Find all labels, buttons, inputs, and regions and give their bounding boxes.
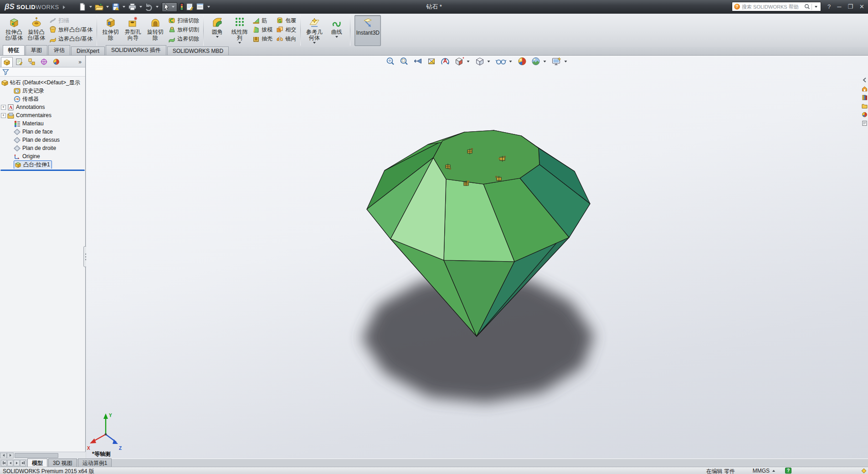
file-properties-button[interactable]: [185, 2, 195, 12]
scroll-right-icon[interactable]: [7, 453, 14, 459]
tree-item-origin[interactable]: Origine: [0, 152, 85, 160]
view-orientation-dropdown-icon[interactable]: [467, 61, 470, 62]
boundary-cut-button[interactable]: 边界切除: [166, 34, 201, 43]
extruded-cut-button[interactable]: 拉伸切 除: [99, 15, 122, 46]
maximize-button[interactable]: ❐: [847, 0, 853, 14]
logo-chevron-icon[interactable]: [63, 5, 65, 9]
revolved-boss-button[interactable]: 旋转凸 台/基体: [25, 15, 47, 46]
apply-scene-dropdown-icon[interactable]: [544, 61, 546, 62]
reference-geometry-dropdown-icon[interactable]: [313, 42, 316, 44]
hide-show-dropdown-icon[interactable]: [509, 61, 512, 62]
open-button[interactable]: [94, 2, 104, 12]
instant3d-button[interactable]: Instant3D: [354, 15, 381, 46]
fillet-button[interactable]: 圆角: [206, 15, 228, 46]
search-dropdown-icon[interactable]: [815, 6, 817, 8]
options-dropdown-icon[interactable]: [207, 6, 210, 8]
extruded-boss-button[interactable]: 拉伸凸 台/基体: [3, 15, 25, 46]
edit-appearance-button[interactable]: [518, 57, 527, 66]
hide-show-items-button[interactable]: [496, 57, 514, 66]
dimxpertmanager-tab[interactable]: [38, 57, 50, 67]
boundary-boss-button[interactable]: 边界凸台/基体: [47, 34, 94, 43]
tree-root-part[interactable]: 钻石 (Défaut<<Défaut>_显示: [0, 78, 85, 87]
dynamic-annotation-views-button[interactable]: [441, 57, 450, 66]
intersect-button[interactable]: 相交: [274, 25, 298, 34]
tab-features[interactable]: 特征: [3, 45, 25, 55]
curves-dropdown-icon[interactable]: [335, 36, 338, 38]
display-style-button[interactable]: [475, 57, 492, 66]
undo-dropdown-icon[interactable]: [156, 6, 159, 8]
tab-dimxpert[interactable]: DimXpert: [71, 46, 105, 55]
units-dropdown-icon[interactable]: [772, 470, 775, 472]
tab-evaluate[interactable]: 评估: [48, 45, 70, 55]
tree-item-front-plane[interactable]: Plan de face: [0, 128, 85, 136]
tab-sketch[interactable]: 草图: [26, 45, 47, 55]
reference-geometry-button[interactable]: 参考几 何体: [303, 15, 325, 46]
task-pane-collapse-icon[interactable]: [862, 77, 868, 83]
close-button[interactable]: ✕: [859, 0, 864, 14]
tree-item-sensors[interactable]: 传感器: [0, 95, 85, 103]
quick-tips-help-icon[interactable]: ?: [785, 468, 791, 474]
hole-wizard-button[interactable]: 异型孔 向导: [122, 15, 144, 46]
expand-icon[interactable]: +: [1, 113, 6, 118]
tab-scroll-left-icon[interactable]: [7, 460, 13, 466]
lofted-boss-button[interactable]: 放样凸台/基体: [47, 25, 94, 34]
curves-button[interactable]: 曲线: [325, 15, 348, 46]
model-tab[interactable]: 模型: [27, 459, 47, 468]
help-button[interactable]: ?: [827, 0, 831, 14]
save-dropdown-icon[interactable]: [123, 6, 125, 8]
view-settings-dropdown-icon[interactable]: [565, 61, 567, 62]
design-library-icon[interactable]: [862, 94, 868, 100]
view-settings-button[interactable]: [552, 57, 569, 66]
options-button[interactable]: [195, 2, 205, 12]
search-icon[interactable]: [804, 4, 810, 10]
propertymanager-tab[interactable]: [13, 57, 25, 67]
tab-scroll-right-icon[interactable]: [14, 460, 20, 466]
configurationmanager-tab[interactable]: [26, 57, 37, 67]
draft-button[interactable]: 拔模: [251, 25, 274, 34]
display-style-dropdown-icon[interactable]: [488, 61, 490, 62]
expand-icon[interactable]: +: [1, 105, 6, 110]
select-tool-button[interactable]: [162, 2, 177, 12]
scrollbar-thumb[interactable]: [15, 453, 58, 458]
swept-cut-button[interactable]: 扫描切除: [166, 16, 201, 25]
displaymanager-tab[interactable]: [50, 57, 62, 67]
rollback-bar[interactable]: [0, 170, 85, 171]
tree-item-comments[interactable]: + Commentaires: [0, 111, 85, 119]
solidworks-resources-icon[interactable]: [862, 86, 868, 92]
custom-properties-icon[interactable]: [862, 120, 868, 126]
print-dropdown-icon[interactable]: [139, 6, 142, 8]
tab-mbd[interactable]: SOLIDWORKS MBD: [167, 46, 229, 55]
expand-panel-icon[interactable]: »: [76, 59, 84, 65]
minimize-button[interactable]: ─: [837, 0, 841, 14]
tree-item-top-plane[interactable]: Plan de dessus: [0, 136, 85, 144]
search-box[interactable]: ?: [732, 2, 821, 11]
save-button[interactable]: [111, 2, 120, 12]
file-explorer-icon[interactable]: [862, 103, 868, 109]
apply-scene-button[interactable]: [531, 57, 548, 66]
new-document-button[interactable]: [78, 2, 87, 12]
appearances-icon[interactable]: [862, 112, 868, 118]
mirror-button[interactable]: 镜向: [274, 34, 298, 43]
open-dropdown-icon[interactable]: [106, 6, 109, 8]
select-dropdown-icon[interactable]: [172, 6, 175, 8]
section-view-button[interactable]: [427, 57, 437, 66]
sidebar-horizontal-scrollbar[interactable]: [0, 452, 86, 459]
lofted-cut-button[interactable]: 放样切割: [166, 25, 201, 34]
tree-item-material[interactable]: Materiau: [0, 119, 85, 128]
linear-pattern-dropdown-icon[interactable]: [238, 42, 241, 44]
selection-filter-button[interactable]: [179, 2, 185, 12]
new-dropdown-icon[interactable]: [89, 6, 92, 8]
print-button[interactable]: [128, 2, 137, 12]
zoom-to-fit-button[interactable]: [386, 57, 395, 66]
wrap-button[interactable]: 包覆: [274, 16, 298, 25]
zoom-to-area-button[interactable]: [400, 57, 409, 66]
tab-scroll-first-icon[interactable]: [1, 460, 7, 466]
search-input[interactable]: [740, 4, 804, 10]
shell-button[interactable]: 抽壳: [251, 34, 274, 43]
tab-addins[interactable]: SOLIDWORKS 插件: [106, 45, 166, 55]
sweep-button[interactable]: 扫描: [47, 16, 94, 25]
motion-study-tab[interactable]: 运动算例1: [78, 459, 112, 468]
graphics-viewport[interactable]: Y X Z *等轴测: [86, 56, 868, 459]
tree-item-right-plane[interactable]: Plan de droite: [0, 144, 85, 152]
tree-item-annotations[interactable]: + A Annotations: [0, 103, 85, 111]
